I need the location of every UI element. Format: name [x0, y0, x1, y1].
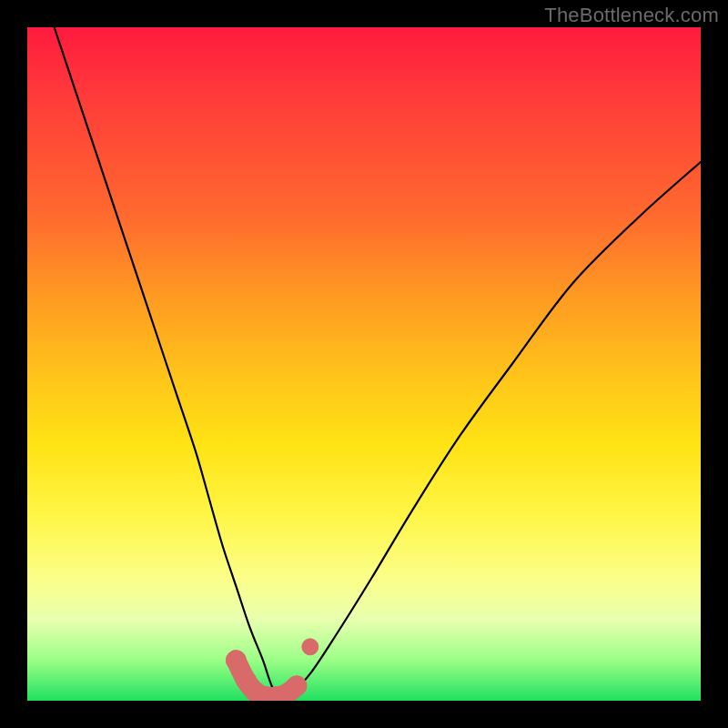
marker-dot — [302, 639, 318, 655]
marker-dot — [226, 651, 246, 671]
marker-group — [226, 639, 318, 701]
chart-svg — [27, 27, 701, 701]
bottleneck-curve — [55, 27, 701, 696]
watermark-text: TheBottleneck.com — [544, 4, 719, 27]
marker-dot — [287, 676, 307, 696]
plot-area — [27, 27, 701, 701]
chart-frame: TheBottleneck.com — [0, 0, 728, 728]
